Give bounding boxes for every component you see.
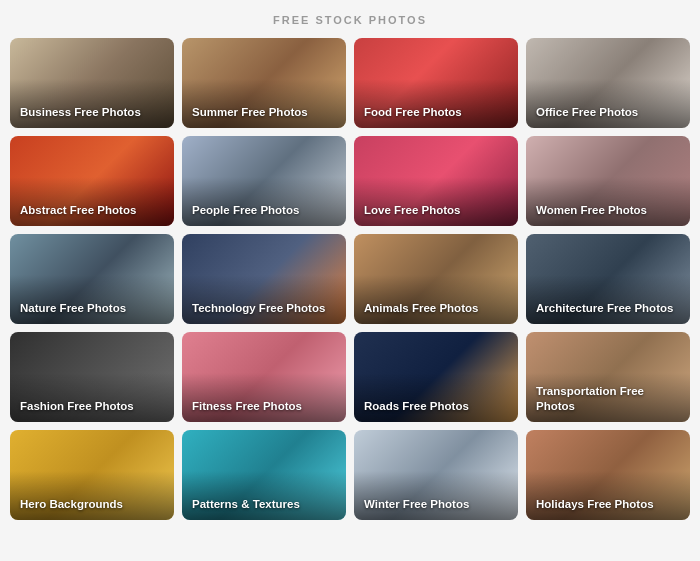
card-women[interactable]: Women Free Photos xyxy=(526,136,690,226)
card-fashion[interactable]: Fashion Free Photos xyxy=(10,332,174,422)
card-food[interactable]: Food Free Photos xyxy=(354,38,518,128)
card-patterns[interactable]: Patterns & Textures xyxy=(182,430,346,520)
card-abstract[interactable]: Abstract Free Photos xyxy=(10,136,174,226)
card-architecture[interactable]: Architecture Free Photos xyxy=(526,234,690,324)
card-label-patterns: Patterns & Textures xyxy=(192,497,336,512)
card-label-roads: Roads Free Photos xyxy=(364,399,508,414)
card-nature[interactable]: Nature Free Photos xyxy=(10,234,174,324)
card-transportation[interactable]: Transportation Free Photos xyxy=(526,332,690,422)
card-holidays[interactable]: Holidays Free Photos xyxy=(526,430,690,520)
card-label-women: Women Free Photos xyxy=(536,203,680,218)
card-office[interactable]: Office Free Photos xyxy=(526,38,690,128)
card-label-technology: Technology Free Photos xyxy=(192,301,336,316)
card-label-winter: Winter Free Photos xyxy=(364,497,508,512)
card-roads[interactable]: Roads Free Photos xyxy=(354,332,518,422)
card-label-holidays: Holidays Free Photos xyxy=(536,497,680,512)
card-label-abstract: Abstract Free Photos xyxy=(20,203,164,218)
card-summer[interactable]: Summer Free Photos xyxy=(182,38,346,128)
card-label-transportation: Transportation Free Photos xyxy=(536,384,680,414)
card-label-fashion: Fashion Free Photos xyxy=(20,399,164,414)
card-business[interactable]: Business Free Photos xyxy=(10,38,174,128)
card-label-hero: Hero Backgrounds xyxy=(20,497,164,512)
card-fitness[interactable]: Fitness Free Photos xyxy=(182,332,346,422)
card-label-love: Love Free Photos xyxy=(364,203,508,218)
card-love[interactable]: Love Free Photos xyxy=(354,136,518,226)
card-label-animals: Animals Free Photos xyxy=(364,301,508,316)
card-winter[interactable]: Winter Free Photos xyxy=(354,430,518,520)
card-animals[interactable]: Animals Free Photos xyxy=(354,234,518,324)
card-label-architecture: Architecture Free Photos xyxy=(536,301,680,316)
card-technology[interactable]: Technology Free Photos xyxy=(182,234,346,324)
photo-grid: Business Free PhotosSummer Free PhotosFo… xyxy=(10,38,690,520)
card-label-summer: Summer Free Photos xyxy=(192,105,336,120)
card-label-people: People Free Photos xyxy=(192,203,336,218)
card-label-business: Business Free Photos xyxy=(20,105,164,120)
card-people[interactable]: People Free Photos xyxy=(182,136,346,226)
card-label-nature: Nature Free Photos xyxy=(20,301,164,316)
card-label-fitness: Fitness Free Photos xyxy=(192,399,336,414)
page-title: FREE STOCK PHOTOS xyxy=(273,14,427,26)
card-label-food: Food Free Photos xyxy=(364,105,508,120)
card-label-office: Office Free Photos xyxy=(536,105,680,120)
card-hero[interactable]: Hero Backgrounds xyxy=(10,430,174,520)
